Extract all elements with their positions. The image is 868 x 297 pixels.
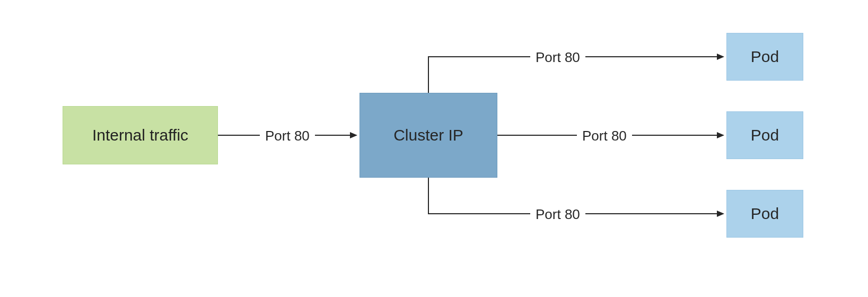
edge-out-3-label: Port 80 (530, 205, 585, 224)
edge-out-1-label: Port 80 (530, 48, 585, 67)
pod-label-1: Pod (751, 48, 779, 66)
pod-node-1: Pod (726, 33, 803, 81)
edge-in-label: Port 80 (260, 127, 315, 145)
diagram-canvas: Internal traffic Cluster IP Pod Pod Pod … (0, 0, 868, 297)
service-label: Cluster IP (393, 126, 463, 144)
edge-out-2-label: Port 80 (577, 127, 632, 145)
pod-node-3: Pod (726, 190, 803, 238)
service-node: Cluster IP (360, 93, 497, 178)
pod-label-3: Pod (751, 205, 779, 223)
source-label: Internal traffic (92, 126, 188, 144)
source-node: Internal traffic (63, 106, 218, 164)
pod-label-2: Pod (751, 126, 779, 144)
pod-node-2: Pod (726, 111, 803, 159)
